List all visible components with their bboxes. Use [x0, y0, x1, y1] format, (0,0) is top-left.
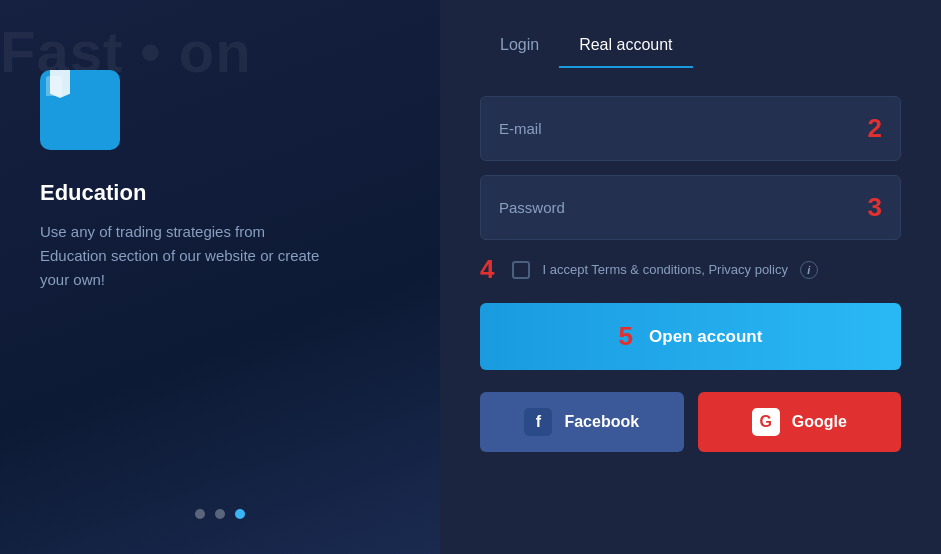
google-login-button[interactable]: G Google — [698, 392, 902, 452]
book-bookmark-icon — [50, 70, 70, 98]
tab-login[interactable]: Login — [480, 28, 559, 68]
email-input[interactable] — [499, 120, 858, 137]
tabs-row: Login Real account — [480, 28, 901, 68]
password-step-number: 3 — [868, 192, 882, 223]
email-field-container: 2 — [480, 96, 901, 161]
carousel-dots — [195, 509, 245, 519]
checkbox-step-number: 4 — [480, 254, 494, 285]
right-panel: Login Real account 2 3 4 I accept Terms … — [440, 0, 941, 554]
carousel-dot-3[interactable] — [235, 509, 245, 519]
terms-checkbox[interactable] — [512, 261, 530, 279]
open-account-button[interactable]: 5 Open account — [480, 303, 901, 370]
book-icon — [40, 70, 120, 150]
google-icon: G — [752, 408, 780, 436]
education-title: Education — [40, 180, 146, 206]
education-description: Use any of trading strategies from Educa… — [40, 220, 320, 292]
facebook-icon: f — [524, 408, 552, 436]
carousel-dot-2[interactable] — [215, 509, 225, 519]
open-account-label: Open account — [649, 327, 762, 347]
password-input[interactable] — [499, 199, 858, 216]
tab-real-account[interactable]: Real account — [559, 28, 692, 68]
facebook-login-button[interactable]: f Facebook — [480, 392, 684, 452]
facebook-label: Facebook — [564, 413, 639, 431]
terms-label: I accept Terms & conditions, Privacy pol… — [542, 262, 787, 277]
email-step-number: 2 — [868, 113, 882, 144]
left-panel: Fast • on Education Use any of trading s… — [0, 0, 440, 554]
carousel-dot-1[interactable] — [195, 509, 205, 519]
open-account-step-number: 5 — [619, 321, 633, 352]
info-icon[interactable]: i — [800, 261, 818, 279]
terms-checkbox-row: 4 I accept Terms & conditions, Privacy p… — [480, 254, 901, 285]
book-icon-wrapper — [40, 70, 120, 150]
google-label: Google — [792, 413, 847, 431]
social-buttons-row: f Facebook G Google — [480, 392, 901, 452]
password-field-container: 3 — [480, 175, 901, 240]
